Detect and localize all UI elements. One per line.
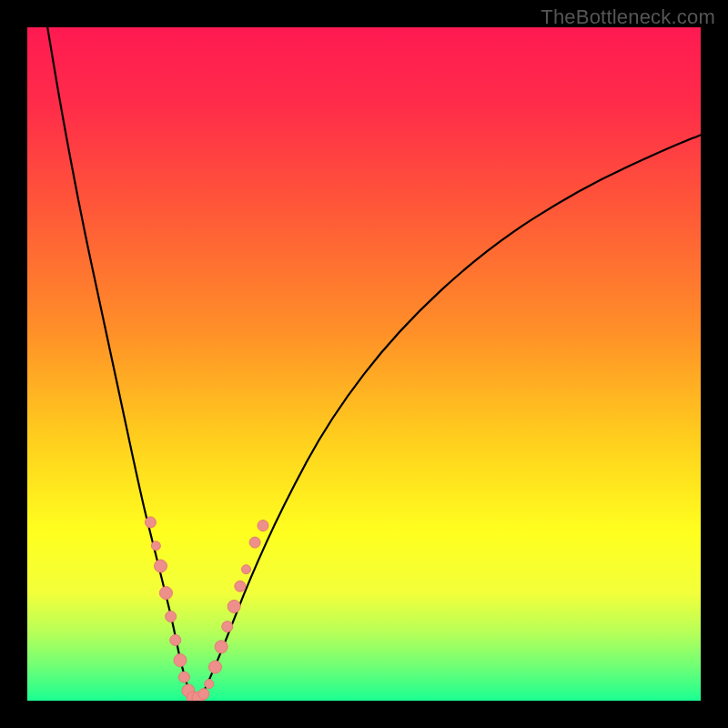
curve-marker xyxy=(198,689,209,700)
curve-marker xyxy=(249,537,260,548)
curve-marker xyxy=(235,581,246,592)
curve-marker xyxy=(174,654,187,667)
curve-marker xyxy=(205,680,214,689)
curve-marker xyxy=(242,565,251,574)
curve-marker xyxy=(159,587,172,600)
chart-frame: TheBottleneck.com xyxy=(0,0,728,728)
curve-marker xyxy=(258,521,268,531)
curve-marker xyxy=(208,661,221,673)
curve-marker xyxy=(166,612,177,622)
curve-marker xyxy=(222,622,233,632)
curve-markers xyxy=(145,517,268,701)
curve-marker xyxy=(178,672,189,682)
curve-marker xyxy=(155,560,167,572)
curve-marker xyxy=(151,541,160,551)
plot-area xyxy=(27,27,701,701)
curve-layer xyxy=(27,27,701,701)
curve-marker xyxy=(215,641,228,653)
curve-marker xyxy=(145,517,156,528)
curve-marker xyxy=(228,600,240,612)
bottleneck-curve xyxy=(47,27,701,701)
curve-marker xyxy=(170,634,181,645)
watermark-text: TheBottleneck.com xyxy=(541,5,715,29)
